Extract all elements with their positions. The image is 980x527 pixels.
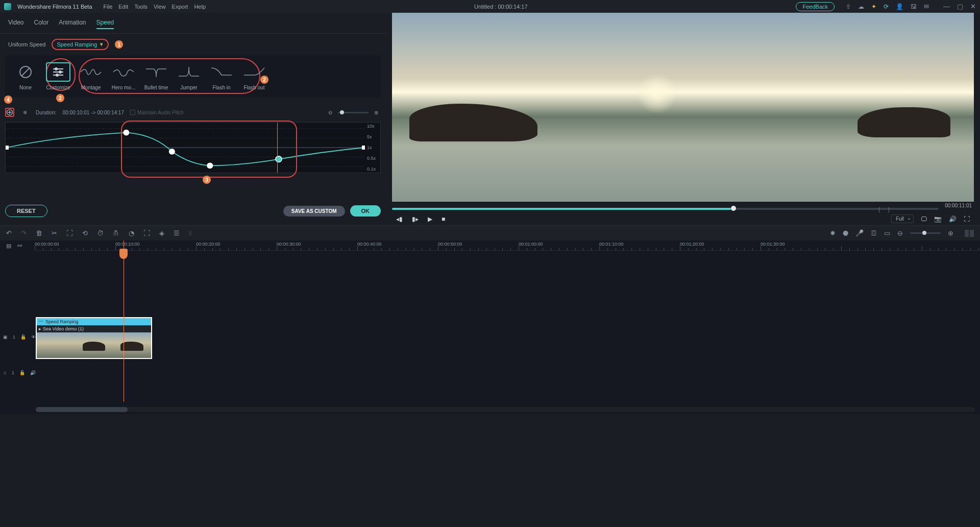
video-clip[interactable]: 〰 Speed Ramping ▸ Sea Video demo (1)	[36, 317, 152, 359]
tab-speed[interactable]: Speed	[96, 17, 114, 29]
playhead-handle[interactable]	[119, 249, 128, 259]
snapshot-icon[interactable]: 📷	[934, 215, 942, 223]
undo-icon[interactable]: ↶	[6, 229, 12, 237]
preview-sun	[636, 73, 677, 114]
fullscreen-icon[interactable]: ⛶	[964, 215, 970, 223]
ruler-t4: 00:00:40:00	[357, 242, 382, 247]
volume-icon[interactable]: 🔊	[949, 215, 957, 223]
save-icon[interactable]: 🖫	[911, 3, 917, 10]
close-icon[interactable]: ✕	[970, 3, 976, 10]
tl-zoom-in-icon[interactable]: ⊕	[948, 229, 953, 237]
preset-montage[interactable]: Montage	[76, 62, 106, 90]
split-icon[interactable]: ✂	[52, 229, 57, 237]
feedback-button[interactable]: FeedBack	[796, 2, 835, 11]
video-track-icon[interactable]: ▣	[3, 334, 8, 340]
quality-select[interactable]: Full	[891, 214, 914, 223]
project-title: Untitled : 00:00:14:17	[212, 4, 790, 10]
marker-add-icon[interactable]: ⫚	[113, 229, 119, 237]
ruler-t2: 00:00:20:00	[196, 242, 220, 247]
cloud-icon[interactable]: ☁	[858, 3, 864, 10]
next-frame-icon[interactable]: ▮▸	[412, 215, 419, 223]
tl-zoom-slider[interactable]	[910, 232, 941, 234]
maintain-pitch-checkbox[interactable]: Maintain Audio Pitch	[130, 110, 184, 115]
rotate-icon[interactable]: ⟲	[82, 229, 88, 237]
timeline-ruler[interactable]: 00:00:00:00 00:00:10:00 00:00:20:00 00:0…	[35, 241, 980, 251]
redo-icon[interactable]: ↷	[21, 229, 27, 237]
menu-view[interactable]: View	[154, 4, 166, 10]
mail-icon[interactable]: ✉	[924, 3, 929, 10]
keyframe-icon[interactable]: ◈	[159, 229, 164, 237]
tracks-icon[interactable]: ▤	[6, 243, 11, 249]
timeline-scrollbar[interactable]	[36, 407, 975, 412]
timeline-body[interactable]: ▣ 1 🔓 👁 ♫ 1 🔓 🔊 〰 Speed Ramping ▸ Sea Vi…	[0, 251, 980, 394]
play-icon[interactable]: ▶	[428, 215, 432, 223]
subtab-speed-ramping[interactable]: Speed Ramping ▼	[52, 39, 109, 50]
stop-icon[interactable]: ■	[442, 215, 445, 223]
snap-icon[interactable]: ▭	[884, 229, 890, 237]
preset-jumper[interactable]: Jumper	[174, 62, 204, 90]
preset-bullet[interactable]: Bullet time	[141, 62, 172, 90]
refresh-icon[interactable]: ⟳	[884, 3, 889, 10]
detach-icon[interactable]: ⛶	[143, 229, 150, 237]
adjust-icon[interactable]: ☰	[174, 229, 180, 237]
delete-icon[interactable]: 🗑	[36, 229, 42, 237]
ok-button[interactable]: OK	[350, 205, 381, 217]
user-icon[interactable]: 👤	[896, 3, 903, 10]
speed-icon[interactable]: ⏱	[97, 229, 104, 237]
prev-frame-icon[interactable]: ◂▮	[396, 215, 403, 223]
preset-bullet-label: Bullet time	[144, 85, 168, 90]
freeze-icon[interactable]: ❄	[20, 108, 30, 117]
save-custom-button[interactable]: SAVE AS CUSTOM	[283, 206, 345, 217]
minimize-icon[interactable]: —	[943, 3, 950, 10]
menu-edit[interactable]: Edit	[118, 4, 128, 10]
audio-mute-icon[interactable]: 🔊	[30, 370, 36, 375]
tab-video[interactable]: Video	[8, 17, 23, 29]
video-lock-icon[interactable]: 🔓	[20, 334, 26, 340]
mic-icon[interactable]: 🎤	[855, 229, 864, 237]
menu-export[interactable]: Export	[172, 4, 188, 10]
tab-color[interactable]: Color	[34, 17, 48, 29]
preset-customize[interactable]: Customize	[43, 62, 74, 90]
link-icon[interactable]: ⚯	[17, 243, 22, 249]
tab-animation[interactable]: Animation	[59, 17, 86, 29]
preset-flashout[interactable]: Flash out	[239, 62, 270, 90]
preview-video[interactable]	[392, 13, 974, 202]
zoom-thumb[interactable]	[340, 110, 344, 114]
window-controls: — ▢ ✕	[943, 3, 976, 10]
preview-scrubber[interactable]: { }	[392, 208, 939, 210]
preset-flashin[interactable]: Flash in	[206, 62, 237, 90]
svg-rect-16	[6, 146, 9, 150]
timeline-playhead[interactable]	[124, 241, 124, 402]
upload-icon[interactable]: ⇪	[846, 3, 851, 10]
duration-icon[interactable]: ◔	[129, 229, 134, 237]
speed-curve[interactable]: 10x 5x 1x 0.5x 0.1x 3	[5, 122, 381, 173]
timeline-scroll-thumb[interactable]	[36, 407, 128, 412]
subtab-uniform[interactable]: Uniform Speed	[8, 41, 45, 47]
audio-lock-icon[interactable]: 🔓	[19, 370, 25, 375]
marker2-icon[interactable]: ⬣	[843, 229, 848, 237]
reset-button[interactable]: RESET	[5, 205, 47, 217]
maximize-icon[interactable]: ▢	[957, 3, 963, 10]
scrubber-thumb[interactable]	[731, 206, 736, 211]
menu-help[interactable]: Help	[194, 4, 206, 10]
idea-icon[interactable]: ✦	[871, 3, 876, 10]
mixer-icon[interactable]: ☲	[871, 229, 877, 237]
tl-zoom-thumb[interactable]	[922, 231, 926, 235]
menu-tools[interactable]: Tools	[134, 4, 148, 10]
preset-none[interactable]: None	[10, 62, 41, 90]
zoom-in-icon[interactable]: ⊕	[372, 108, 381, 117]
render-icon[interactable]: ✸	[830, 229, 836, 237]
label-1x: 1x	[367, 145, 378, 150]
curve-playhead[interactable]	[277, 123, 278, 173]
zoom-slider[interactable]	[338, 112, 369, 113]
zoom-out-icon[interactable]: ⊖	[326, 108, 335, 117]
video-eye-icon[interactable]: 👁	[31, 334, 36, 340]
tl-zoom-out-icon[interactable]: ⊖	[897, 229, 903, 237]
audio-icon[interactable]: ⫴	[189, 229, 192, 237]
monitor-icon[interactable]: 🖵	[921, 215, 927, 223]
ruler-t7: 00:01:10:00	[599, 242, 624, 247]
add-keyframe-icon[interactable]	[5, 108, 14, 117]
menu-file[interactable]: File	[104, 4, 113, 10]
crop-icon[interactable]: ⛶	[66, 229, 73, 237]
preset-hero[interactable]: Hero mo...	[108, 62, 139, 90]
